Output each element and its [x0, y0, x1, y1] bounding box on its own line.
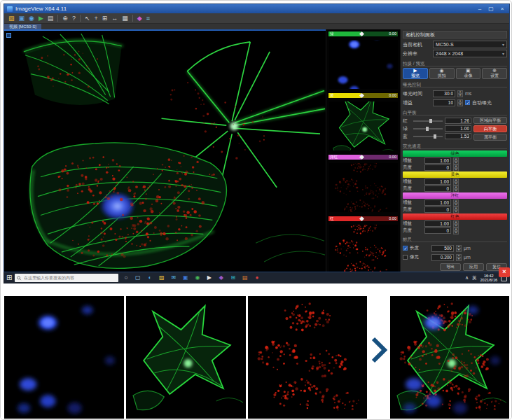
green-gain-input[interactable] — [424, 158, 451, 164]
pan-icon[interactable]: + — [94, 14, 97, 23]
channel-label: 红 — [330, 216, 334, 221]
tray-caret-icon[interactable]: ∧ — [465, 275, 469, 281]
wb-button[interactable]: 白平衡 — [473, 125, 507, 132]
auto-exposure-checkbox[interactable] — [465, 100, 470, 105]
search-input[interactable] — [24, 276, 116, 280]
export-button[interactable]: 导出 — [440, 263, 461, 271]
image-viewer-icon[interactable]: ▤ — [240, 273, 249, 283]
stepper[interactable]: ▲▼ — [453, 200, 459, 206]
magenta-gain-input[interactable] — [424, 200, 451, 206]
yellow-channel-bar[interactable]: 黄色 — [403, 172, 507, 178]
apply-button[interactable]: 应用 — [463, 263, 484, 271]
open-folder-icon[interactable]: ▨ — [8, 14, 15, 23]
red-brightness-input[interactable] — [424, 227, 451, 234]
green-channel-thumbnail[interactable] — [329, 102, 398, 150]
close-button[interactable]: × — [498, 5, 506, 13]
wb-red-slider[interactable] — [413, 120, 443, 122]
pixel-size-input[interactable] — [431, 254, 454, 261]
red-channel-thumbnail[interactable] — [329, 225, 398, 272]
maximize-button[interactable]: ▢ — [487, 5, 495, 13]
stepper[interactable]: ▲▼ — [453, 220, 459, 227]
area-wb-button[interactable]: 区域白平衡 — [473, 117, 507, 124]
red-gain-input[interactable] — [424, 220, 451, 227]
pointer-icon[interactable]: ↖ — [85, 14, 90, 23]
stepper[interactable]: ▲▼ — [453, 164, 459, 171]
office-app-icon[interactable]: ◆ — [216, 273, 226, 283]
setup-button[interactable]: ⊕设置 — [482, 68, 507, 79]
settings-icon[interactable]: ⊕ — [62, 14, 68, 23]
language-indicator[interactable]: 英 — [472, 275, 477, 281]
gain-stepper[interactable]: ▲▼ — [457, 99, 463, 106]
pixel-checkbox[interactable] — [403, 255, 408, 260]
edge-browser-icon[interactable]: ◐ — [145, 273, 154, 283]
task-view-icon[interactable]: ▢ — [133, 273, 142, 283]
wb-green-input[interactable] — [445, 125, 471, 132]
media-player-icon[interactable]: ▶ — [205, 273, 214, 283]
record-button[interactable]: ▣录像 — [456, 68, 481, 79]
camera-app-icon[interactable]: ◉ — [193, 273, 202, 283]
slider-thumb[interactable] — [359, 216, 364, 221]
channel-slider[interactable]: 黄 0.00 — [328, 92, 399, 99]
minimize-button[interactable]: – — [476, 5, 484, 13]
yellow-brightness-input[interactable] — [424, 186, 451, 192]
channel-slider[interactable]: 洋红 0.00 — [328, 154, 399, 160]
resolution-select[interactable]: 2448 × 2048▾ — [433, 50, 507, 57]
black-balance-button[interactable]: 黑平衡 — [473, 134, 507, 141]
yellow-gain-input[interactable] — [424, 178, 451, 185]
exposure-input[interactable] — [433, 90, 455, 97]
wb-green-slider[interactable] — [413, 128, 443, 130]
slider-thumb[interactable] — [359, 31, 364, 36]
messaging-app-icon[interactable]: ● — [252, 273, 261, 283]
settings-app-icon[interactable]: ⊞ — [228, 273, 237, 283]
channel-slider[interactable]: 绿 0.00 — [328, 31, 399, 37]
fit-window-icon[interactable]: ⊞ — [102, 14, 108, 23]
taskbar-search[interactable] — [15, 274, 118, 282]
snap-button[interactable]: ◉抓拍 — [429, 68, 455, 79]
green-brightness-input[interactable] — [424, 164, 451, 171]
stepper[interactable]: ▲▼ — [453, 227, 459, 234]
stepper[interactable]: ▲▼ — [453, 186, 459, 192]
save-icon[interactable]: ▣ — [19, 14, 25, 23]
store-icon[interactable]: ▣ — [181, 273, 190, 283]
overlay-close-button[interactable]: × — [499, 267, 510, 277]
scale-length-input[interactable] — [431, 245, 454, 252]
file-explorer-icon[interactable]: ▨ — [157, 273, 166, 283]
help-icon[interactable]: ? — [72, 14, 76, 23]
blue-channel-thumbnail[interactable] — [329, 40, 398, 89]
scale-checkbox[interactable] — [403, 246, 408, 251]
mail-icon[interactable]: ✉ — [169, 273, 178, 283]
gain-input[interactable] — [433, 99, 455, 106]
record-icon[interactable]: ▶ — [39, 14, 43, 23]
browse-icon[interactable]: ▤ — [48, 14, 54, 23]
magenta-channel-thumbnail[interactable] — [329, 163, 398, 212]
stepper[interactable]: ▲▼ — [456, 254, 462, 260]
list-view-icon[interactable]: ≡ — [146, 14, 150, 23]
wb-red-input[interactable] — [445, 118, 471, 124]
start-button-icon[interactable]: ⊞ — [6, 273, 12, 283]
wb-blue-slider[interactable] — [413, 136, 443, 137]
stepper[interactable]: ▲▼ — [453, 178, 459, 185]
magenta-channel-bar[interactable]: 洋红 — [403, 192, 507, 199]
roi-icon[interactable] — [6, 33, 11, 38]
green-channel-bar[interactable]: 绿色 — [403, 150, 507, 157]
measure-icon[interactable]: ↔ — [111, 14, 118, 23]
stepper[interactable]: ▲▼ — [456, 245, 462, 251]
exposure-stepper[interactable]: ▲▼ — [457, 90, 463, 97]
stepper[interactable]: ▲▼ — [453, 158, 459, 164]
magenta-brightness-input[interactable] — [424, 206, 451, 213]
grid-icon[interactable]: ▦ — [122, 14, 128, 23]
snapshot-icon[interactable]: ◉ — [29, 14, 34, 23]
video-tab[interactable]: 视频 [MC50-S] — [4, 24, 41, 29]
wb-blue-input[interactable] — [445, 133, 471, 139]
preview-button[interactable]: ▶预览 — [403, 68, 428, 79]
stepper[interactable]: ▲▼ — [453, 206, 459, 213]
slider-thumb[interactable] — [359, 93, 364, 98]
red-channel-bar[interactable]: 红色 — [403, 214, 507, 220]
camera-select[interactable]: MC50-S▾ — [433, 41, 507, 48]
color-adjust-icon[interactable]: ◆ — [137, 14, 142, 23]
cortana-icon[interactable]: ○ — [121, 273, 130, 283]
slider-thumb[interactable] — [359, 155, 364, 160]
channel-slider[interactable]: 红 0.00 — [328, 216, 399, 222]
chevron-down-icon: ▾ — [502, 42, 504, 47]
taskbar-clock[interactable]: 16:42 2021/6/16 — [480, 274, 497, 282]
